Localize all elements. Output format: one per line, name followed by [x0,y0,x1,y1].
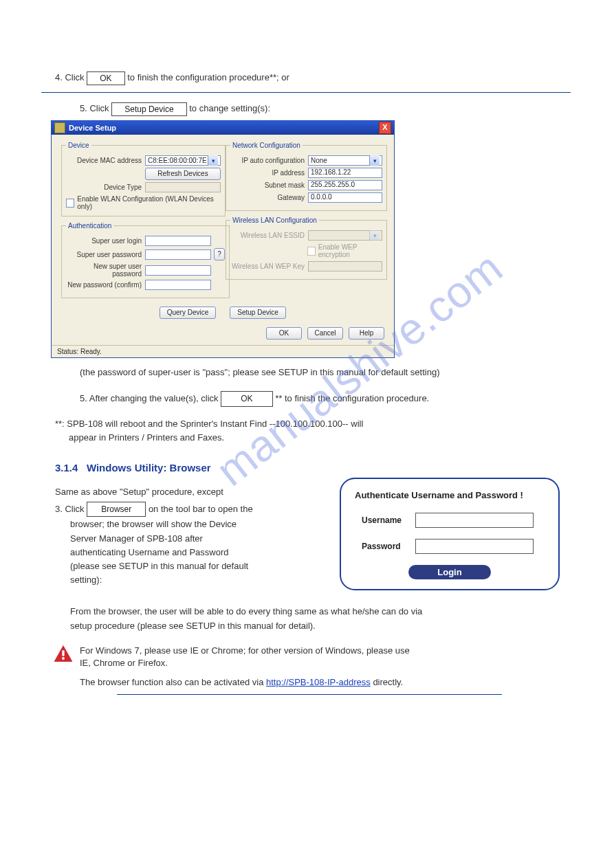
chevron-down-icon: ▾ [369,155,380,166]
ipautoconf-value: None [311,157,327,164]
device-type-label: Device Type [66,183,145,191]
superuser-login-label: Super user login [66,237,145,245]
ip-field[interactable]: 192.168.1.22 [308,168,382,178]
step-4-line: 4. Click OK to finish the configuration … [55,71,571,85]
browser-intro-l6: (please see SETUP in this manual for def… [70,560,340,572]
mask-label: Subnet mask [230,181,308,189]
svg-rect-1 [62,650,64,656]
confirm-pwd-field[interactable] [145,280,211,290]
section-divider-1 [41,92,571,93]
auth-panel: Authenticate Username and Password ! Use… [340,478,560,590]
device-type-field [145,182,221,192]
window-title: Device Setup [69,124,116,132]
section-divider-2 [117,694,502,695]
warn-line3-pre: The browser function also can be activat… [80,677,263,687]
confirm-pwd-label: New password (confirm) [66,281,145,289]
username-input[interactable] [415,513,534,528]
superuser-login-field[interactable] [145,236,211,246]
post-note-line2: appear in Printers / Printers and Faxes. [69,432,571,444]
setup-device-button[interactable]: Setup Device [230,307,286,319]
post-step5-ok-button[interactable]: OK [221,391,272,407]
post-note-line1: **: SPB-108 will reboot and the Sprinter… [55,418,571,430]
browser-button[interactable]: Browser [87,502,146,518]
section-number: 3.1.4 [55,462,78,474]
browser-intro-l2: 3. Click Browser on the tool bar to open… [55,502,340,518]
step-5-line: 5. Click Setup Device to change setting(… [80,102,571,116]
mac-value: C8:EE:08:00:00:7E [148,157,207,164]
superuser-pwd-field[interactable] [145,249,211,260]
status-bar: Status: Ready. [52,345,394,357]
browser-intro-l2a: 3. Click [55,503,85,513]
browser-intro-l3: browser; the browser will show the Devic… [70,518,340,531]
post-step5-post: ** to finish the configuration procedure… [275,393,429,403]
post-step5-pre: 5. After changing the value(s), click [80,393,219,403]
username-label: Username [362,515,415,525]
wepkey-field [308,261,382,271]
warn-line1: For Windows 7, please use IE or Chrome; … [80,645,410,657]
post-window-step5: 5. After changing the value(s), click OK… [80,391,571,407]
mac-label: Device MAC address [66,157,145,164]
network-group: Network Configuration IP auto configurat… [226,142,387,211]
chevron-down-icon: ▾ [208,155,218,166]
ip-label: IP address [230,169,308,177]
password-input[interactable] [415,539,534,554]
checkbox-icon [307,247,316,256]
password-label: Password [362,542,415,551]
login-button[interactable]: Login [408,565,491,579]
step-5-pre: 5. Click [80,103,109,113]
essid-select: ▾ [308,230,382,241]
browser-intro-l4: Server Manager of SPB-108 after [70,533,340,545]
browser-intro-l2b: on the tool bar to open the [149,503,253,513]
after-auth-l2: setup procedure (please see SETUP in thi… [70,620,571,632]
warn-line3-post: directly. [373,677,403,687]
new-pwd-label: New super user password [66,263,145,278]
post-window-note1: (the password of super-user is "pass"; p… [80,366,571,379]
after-auth-l1: From the browser, the user will be able … [70,605,571,618]
wlan-checkbox-label: Enable WLAN Configuration (WLAN Devices … [77,195,221,210]
authentication-group: Authentication Super user login Super us… [61,222,230,298]
warn-line2: IE, Chrome or Firefox. [80,657,410,669]
mask-field[interactable]: 255.255.255.0 [308,180,382,190]
svg-point-2 [62,657,65,660]
browser-intro-l1: Same as above "Setup" procedure, except [55,486,340,498]
network-legend: Network Configuration [230,142,303,149]
step-5-setup-device-button[interactable]: Setup Device [111,102,186,116]
ipautoconf-select[interactable]: None ▾ [308,155,382,166]
superuser-pwd-label: Super user password [66,251,145,258]
auth-title: Authenticate Username and Password ! [355,490,545,500]
refresh-devices-button[interactable]: Refresh Devices [145,168,221,180]
step-4-ok-button[interactable]: OK [87,71,124,85]
mac-select[interactable]: C8:EE:08:00:00:7E ▾ [145,155,221,166]
spb-url-link[interactable]: http://SPB-108-IP-address [266,677,371,687]
step-4-post: to finish the configuration procedure**;… [127,72,289,82]
wep-checkbox-row: Enable WEP encryption [307,243,382,258]
gw-field[interactable]: 0.0.0.0 [308,192,382,203]
ipautoconf-label: IP auto configuration [230,157,308,164]
wlan-legend: Wireless LAN Configuration [230,216,319,224]
ok-button[interactable]: OK [266,327,302,340]
warning-icon [54,645,73,665]
browser-intro-l7: setting): [70,574,340,586]
query-device-button[interactable]: Query Device [160,307,216,319]
wlan-group: Wireless LAN Configuration Wireless LAN … [226,216,387,280]
device-legend: Device [66,142,91,149]
device-setup-window: Device Setup X Device Device MAC address… [51,120,395,358]
wlan-checkbox-row[interactable]: Enable WLAN Configuration (WLAN Devices … [66,195,221,210]
cancel-button[interactable]: Cancel [307,327,343,340]
window-icon [54,122,65,133]
section-heading: 3.1.4 Windows Utility: Browser [55,462,571,474]
help-button[interactable]: Help [349,327,384,340]
section-title: Windows Utility: Browser [87,462,211,474]
step-4-pre: 4. Click [55,72,85,82]
window-titlebar: Device Setup X [52,121,394,135]
step-5-post: to change setting(s): [189,103,270,113]
wepkey-label: Wireless LAN WEP Key [230,263,308,270]
device-group: Device Device MAC address C8:EE:08:00:00… [61,142,226,216]
checkbox-icon [66,199,74,208]
close-icon[interactable]: X [379,122,391,134]
chevron-down-icon: ▾ [369,230,380,241]
warning-block: For Windows 7, please use IE or Chrome; … [54,645,571,689]
new-pwd-field[interactable] [145,265,211,276]
browser-intro-l5: authenticating Username and Password [70,546,340,559]
essid-label: Wireless LAN ESSID [230,232,308,239]
